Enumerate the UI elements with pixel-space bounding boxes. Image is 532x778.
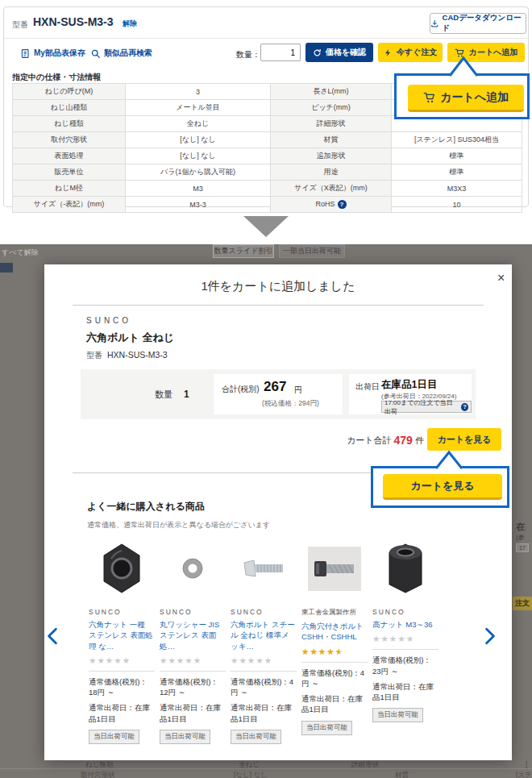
carousel-next-icon[interactable] (484, 627, 496, 645)
product-ship-date: 通常出荷日：在庫品1日目 (372, 681, 438, 703)
order-now-button[interactable]: 今すぐ注文 (378, 43, 443, 62)
product-image-hex-bolt[interactable] (231, 535, 297, 601)
spec-section-title: 指定中の仕様・寸法情報 (12, 72, 101, 83)
card-divider (231, 671, 297, 672)
spec-value: バラ(1個から購入可能) (126, 164, 271, 181)
spec-value: 全ねじ (126, 116, 271, 132)
my-parts-save-link[interactable]: My部品表保存 (20, 48, 85, 59)
callout-pointer-up (434, 450, 464, 469)
product-link[interactable]: 六角穴付きボルト CSHH・CSHHL (301, 621, 368, 643)
clear-all-link-dimmed: すべて解除 (2, 248, 39, 258)
spec-label: RoHS? (271, 197, 392, 213)
spec-label: ねじM径 (13, 181, 126, 197)
spec-label: ピッチ(mm) (271, 100, 392, 116)
spec-label: 追加形状 (271, 148, 392, 164)
bg-fragment-ref: (参 (516, 533, 525, 542)
callout-view-cart-button[interactable]: カートを見る (383, 474, 502, 500)
product-link[interactable]: 高ナット M3～36 (372, 619, 438, 630)
total-price-box: 合計(税別) 267 円 (税込価格：294円) (214, 374, 343, 414)
product-ship-date: 通常出荷日：在庫品1日目 (160, 702, 226, 724)
carousel-prev-icon[interactable] (47, 627, 58, 645)
recommend-card: SUNCO高ナット M3～36★★★★★★★★★★通常価格(税別)：23円 ～通… (372, 535, 438, 744)
spec-label: 材質 (271, 132, 392, 148)
badge-same-day-ship: 一部当日出荷可能 (279, 244, 345, 258)
product-link[interactable]: 六角ナット 一種 ステンレス 表面処理 な… (89, 619, 155, 651)
same-day-badge: 当日出荷可能 (301, 721, 352, 735)
quantity-input[interactable] (260, 44, 301, 61)
product-image-high-nut[interactable] (372, 535, 438, 601)
bg-table-cell: 全ねじ (239, 760, 260, 770)
download-icon (430, 19, 439, 28)
recommend-carousel: SUNCO六角ナット 一種 ステンレス 表面処理 な…★★★★★★★★★★通常価… (89, 535, 468, 744)
ship-value: 在庫品1日目 (381, 378, 437, 392)
spec-row: 販売単位バラ(1個から購入可能)用途標準 (13, 164, 522, 181)
question-icon[interactable]: ? (461, 403, 468, 411)
page: 型番 HXN-SUS-M3-3 解除 CADデータダウンロード My部品表保存 … (0, 0, 532, 778)
spec-value: 標準 (392, 148, 522, 164)
spec-label: ねじ種類 (13, 116, 126, 132)
view-cart-callout: カートを見る (371, 466, 509, 508)
question-icon[interactable]: ? (338, 200, 347, 209)
product-link[interactable]: 丸ワッシャー JIS ステンレス 表面処… (160, 619, 226, 651)
spec-value: M3X3 (392, 181, 522, 197)
spec-label: ねじの呼び(M) (13, 84, 126, 100)
product-ship-date: 通常出荷日：在庫品1日目 (89, 702, 155, 724)
ship-label: 出荷日 (355, 381, 380, 393)
badge-quantity-discount: 数量スライド割引 (213, 244, 274, 258)
step-arrow-down (243, 216, 289, 237)
card-divider (372, 649, 438, 650)
quantity-summary: 数量1 (155, 389, 189, 401)
product-image-socket-bolt[interactable] (301, 535, 368, 601)
spec-label: 用途 (271, 164, 392, 181)
product-link[interactable]: 六角ボルト スチール 全ねじ 標準メッキ… (231, 619, 297, 651)
rating-stars: ★★★★★★★★★★ (231, 655, 272, 665)
rating-stars: ★★★★★★★★★★ (372, 634, 414, 643)
spec-row: 表面処理[なし] なし追加形状標準 (13, 148, 522, 164)
rating-stars: ★★★★★★★★★★ (160, 655, 202, 665)
recommend-note: 通常価格、通常出荷日が表示と異なる場合がございます (87, 520, 270, 530)
cad-download-button[interactable]: CADデータダウンロード (430, 13, 526, 34)
callout-add-to-cart-button[interactable]: カートへ追加 (408, 85, 524, 112)
model-label: 型番 (12, 19, 28, 31)
modal-title: 1件をカートに追加しました (44, 279, 512, 294)
total-value: 267 (264, 379, 286, 395)
product-maker: SUNCO (160, 608, 226, 616)
product-price: 通常価格(税別)：23円 ～ (372, 655, 438, 676)
bg-table-cell: ねじ種類 (85, 760, 113, 770)
view-cart-button[interactable]: カートを見る (427, 428, 501, 451)
spec-value: [なし] なし (126, 148, 271, 164)
product-maker: SUNCO (231, 608, 297, 616)
product-image-hex-nut-black[interactable] (89, 535, 155, 601)
product-ship-date: 通常出荷日：在庫品1日目 (301, 693, 368, 715)
spec-value: 3 (126, 84, 271, 100)
cart-added-modal: × 1件をカートに追加しました SUNCO 六角ボルト 全ねじ 型番HXN-SU… (44, 264, 512, 760)
check-price-button[interactable]: 価格を確認 (305, 43, 373, 62)
rating-stars: ★★★★★★★★★★ (301, 647, 343, 656)
bg-table-cell: 材質 (395, 771, 409, 778)
ship-date-box: 出荷日 在庫品1日目 (参考出荷日：2022/09/24) 17:00までの注文… (349, 374, 472, 414)
product-image-washer[interactable] (160, 535, 226, 601)
spec-label: ねじ山種類 (13, 100, 126, 116)
order-summary-box: 数量1 合計(税別) 267 円 (税込価格：294円) 出荷日 在庫品1日目 … (81, 369, 476, 419)
release-link[interactable]: 解除 (123, 19, 137, 29)
same-day-badge: 当日出荷可能 (89, 730, 139, 744)
bom-save-icon (20, 48, 31, 59)
add-to-cart-callout: カートへ追加 (394, 73, 530, 119)
bg-table-cell: [ステン (516, 771, 532, 778)
product-price: 通常価格(税別)：18円 ～ (89, 676, 155, 698)
similar-search-link[interactable]: 類似品再検索 (90, 48, 152, 59)
product-ship-date: 通常出荷日：在庫品1日目 (231, 702, 297, 724)
cart-icon (423, 91, 436, 104)
model-number: HXN-SUS-M3-3 (33, 15, 114, 28)
spec-value: 10 (392, 197, 522, 213)
bg-table-cell: 取付穴形状 (81, 771, 115, 778)
cart-total-count: 479 (394, 434, 413, 447)
total-label: 合計(税別) (222, 384, 260, 395)
spec-value: [ステンレス] SUS304相当 (392, 132, 522, 148)
product-price: 通常価格(税別)：12円 ～ (160, 676, 226, 698)
product-maker: SUNCO (89, 608, 155, 616)
background-tab-fragment (0, 263, 13, 273)
spec-row: 取付穴形状[なし] なし材質[ステンレス] SUS304相当 (13, 132, 522, 148)
total-unit: 円 (294, 385, 302, 396)
bg-table-cell: [ (526, 760, 527, 768)
